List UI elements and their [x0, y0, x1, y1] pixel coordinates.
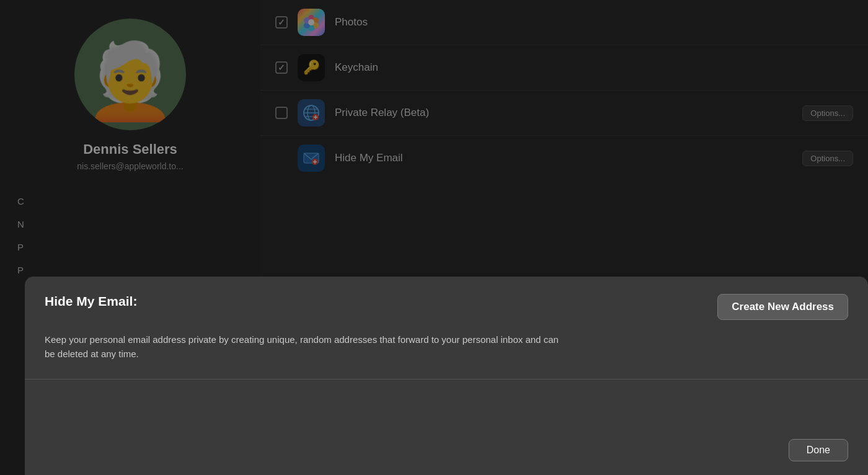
hide-my-email-modal: Hide My Email: Create New Address Keep y… — [25, 277, 868, 475]
modal-title: Hide My Email: — [45, 294, 137, 309]
modal-overlay: Hide My Email: Create New Address Keep y… — [0, 0, 868, 475]
done-button[interactable]: Done — [789, 439, 848, 461]
modal-footer: Done — [25, 380, 868, 476]
create-new-address-button[interactable]: Create New Address — [717, 294, 848, 320]
modal-description: Keep your personal email address private… — [25, 332, 583, 379]
modal-header: Hide My Email: Create New Address — [25, 277, 868, 332]
